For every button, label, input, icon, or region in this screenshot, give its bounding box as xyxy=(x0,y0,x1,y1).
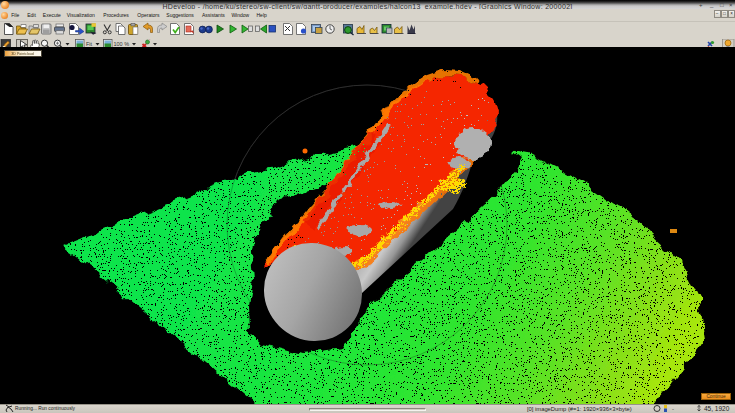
svg-text:-: - xyxy=(672,406,674,412)
